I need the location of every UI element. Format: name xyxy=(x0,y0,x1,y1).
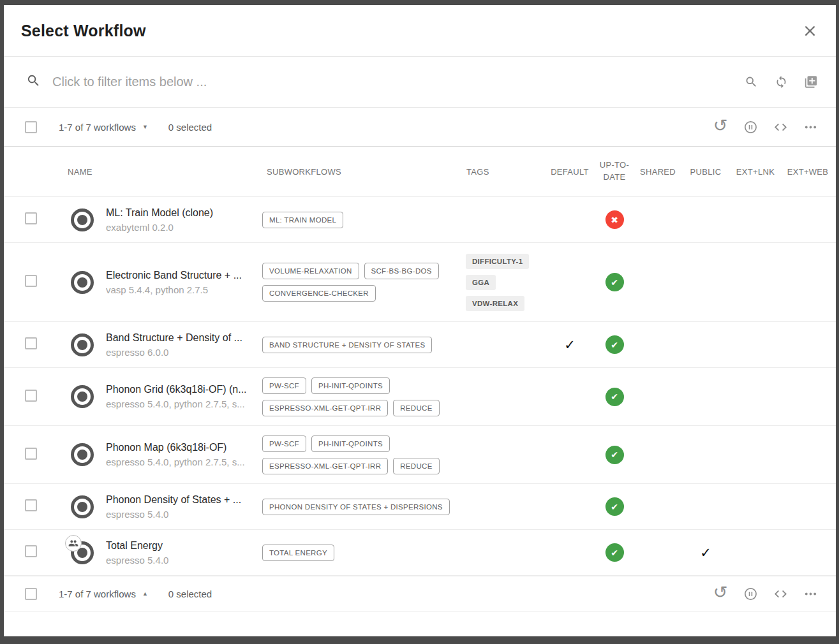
pagination-range[interactable]: 1-7 of 7 workflows xyxy=(59,589,136,599)
table-row[interactable]: Phonon Map (6k3q18i-OF) espresso 5.4.0, … xyxy=(4,426,836,484)
column-header-default[interactable]: DEFAULT xyxy=(546,167,593,177)
search-icon xyxy=(26,73,41,91)
selected-count: 0 selected xyxy=(168,122,212,133)
up-to-date-ok-badge: ✔ xyxy=(605,273,624,291)
create-workflow-button[interactable] xyxy=(804,75,818,89)
code-view-button[interactable] xyxy=(773,119,788,135)
more-horiz-icon xyxy=(803,120,818,135)
tag-chip: DIFFICULTY-1 xyxy=(466,254,529,269)
column-header-subworkflows[interactable]: SUBWORKFLOWS xyxy=(262,167,462,177)
subworkflow-chip: ESPRESSO-XML-GET-QPT-IRR xyxy=(262,458,388,474)
close-icon xyxy=(801,22,819,40)
workflow-name: Phonon Grid (6k3q18i-OF) (n... xyxy=(106,384,257,395)
undo-button[interactable]: ↺ xyxy=(713,586,728,601)
workflow-radio[interactable] xyxy=(71,385,94,408)
row-checkbox[interactable] xyxy=(25,390,37,402)
column-header-ext-web[interactable]: EXT+WEB xyxy=(780,167,836,177)
undo-button[interactable]: ↺ xyxy=(713,119,728,135)
undo-icon: ↺ xyxy=(713,584,728,601)
up-to-date-error-badge: ✖ xyxy=(605,210,624,229)
column-header-up-to-date[interactable]: UP-TO-DATE xyxy=(599,159,630,184)
public-checkmark: ✓ xyxy=(700,545,711,560)
table-row[interactable]: Phonon Density of States + ... espresso … xyxy=(4,484,836,530)
table-row[interactable]: Phonon Grid (6k3q18i-OF) (n... espresso … xyxy=(4,368,836,426)
tag-chip: GGA xyxy=(466,275,496,290)
column-header-tags[interactable]: TAGS xyxy=(462,167,546,177)
select-all-checkbox[interactable] xyxy=(25,121,37,133)
up-to-date-ok-badge: ✔ xyxy=(605,388,624,406)
library-add-icon xyxy=(804,75,818,89)
subworkflow-chip: ML: TRAIN MODEL xyxy=(262,212,343,228)
more-horiz-icon xyxy=(803,587,818,601)
filter-input[interactable] xyxy=(52,75,744,89)
workflow-name: Electronic Band Structure + ... xyxy=(106,270,257,281)
chevron-up-icon[interactable]: ▲ xyxy=(142,590,148,597)
dialog-title: Select Workflow xyxy=(21,22,146,40)
row-checkbox[interactable] xyxy=(25,499,37,511)
up-to-date-ok-badge: ✔ xyxy=(605,446,624,464)
default-checkmark: ✓ xyxy=(564,337,575,353)
filter-bar xyxy=(4,57,836,108)
more-actions-button[interactable] xyxy=(803,119,818,135)
select-all-checkbox[interactable] xyxy=(25,588,37,600)
row-checkbox[interactable] xyxy=(25,337,37,349)
subworkflow-chip: REDUCE xyxy=(393,400,439,416)
apply-filter-button[interactable] xyxy=(744,75,758,89)
undo-icon: ↺ xyxy=(713,117,728,135)
table-row[interactable]: Band Structure + Density of ... espresso… xyxy=(4,322,836,368)
table-row[interactable]: Total Energy espresso 5.4.0 TOTAL ENERGY… xyxy=(4,530,836,576)
table-footer: 1-7 of 7 workflows ▲ 0 selected ↺ xyxy=(4,576,836,611)
workflow-radio[interactable] xyxy=(71,271,94,294)
dialog-titlebar: Select Workflow xyxy=(4,5,836,57)
row-checkbox[interactable] xyxy=(25,448,37,460)
workflow-subtitle: espresso 5.4.0 xyxy=(106,555,257,566)
row-checkbox[interactable] xyxy=(25,545,37,557)
workflow-subtitle: vasp 5.4.4, python 2.7.5 xyxy=(106,284,257,295)
subworkflow-chip: PW-SCF xyxy=(262,435,306,452)
workflow-radio[interactable] xyxy=(71,209,94,231)
workflow-subtitle: espresso 6.0.0 xyxy=(106,347,257,358)
selected-count: 0 selected xyxy=(168,589,212,599)
up-to-date-ok-badge: ✔ xyxy=(605,497,624,516)
up-to-date-ok-badge: ✔ xyxy=(605,335,624,354)
table-toolbar: 1-7 of 7 workflows ▼ 0 selected ↺ xyxy=(4,108,836,147)
more-actions-button[interactable] xyxy=(803,586,818,601)
table-header: NAME SUBWORKFLOWS TAGS DEFAULT UP-TO-DAT… xyxy=(4,147,836,197)
workflow-subtitle: espresso 5.4.0, python 2.7.5, s... xyxy=(106,457,257,467)
table-row[interactable]: ML: Train Model (clone) exabyteml 0.2.0 … xyxy=(4,197,836,243)
code-icon xyxy=(773,587,788,601)
subworkflow-chip: ESPRESSO-XML-GET-QPT-IRR xyxy=(262,400,388,416)
workflow-name: Phonon Map (6k3q18i-OF) xyxy=(106,442,257,453)
row-checkbox[interactable] xyxy=(25,275,37,287)
subworkflow-chip: PH-INIT-QPOINTS xyxy=(311,435,390,452)
workflow-subtitle: espresso 5.4.0 xyxy=(106,509,257,520)
subworkflow-chip: SCF-BS-BG-DOS xyxy=(364,263,439,279)
column-header-public[interactable]: PUBLIC xyxy=(680,167,731,177)
pagination-range[interactable]: 1-7 of 7 workflows xyxy=(59,122,136,133)
pause-circle-icon xyxy=(743,120,758,135)
tag-chip: VDW-RELAX xyxy=(466,296,524,311)
chevron-down-icon[interactable]: ▼ xyxy=(142,124,148,130)
column-header-ext-lnk[interactable]: EXT+LNK xyxy=(731,167,780,177)
pause-circle-icon xyxy=(743,587,758,601)
up-to-date-ok-badge: ✔ xyxy=(605,543,624,562)
subworkflow-chip: BAND STRUCTURE + DENSITY OF STATES xyxy=(262,337,432,353)
column-header-shared[interactable]: SHARED xyxy=(635,167,680,177)
subworkflow-chip: REDUCE xyxy=(393,458,439,474)
table-row[interactable]: Electronic Band Structure + ... vasp 5.4… xyxy=(4,243,836,322)
column-header-name[interactable]: NAME xyxy=(59,167,262,177)
pause-button[interactable] xyxy=(743,586,758,601)
close-button[interactable] xyxy=(800,21,819,40)
workflow-radio[interactable] xyxy=(71,495,94,518)
workflow-subtitle: exabyteml 0.2.0 xyxy=(106,222,257,233)
workflow-radio[interactable] xyxy=(71,333,94,356)
workflow-name: ML: Train Model (clone) xyxy=(106,207,257,219)
subworkflow-chip: VOLUME-RELAXATION xyxy=(262,263,359,279)
pause-button[interactable] xyxy=(743,119,758,135)
subworkflow-chip: PW-SCF xyxy=(262,377,306,394)
workflow-radio[interactable] xyxy=(71,443,94,466)
subworkflow-chip: TOTAL ENERGY xyxy=(262,545,334,561)
refresh-button[interactable] xyxy=(774,75,788,89)
code-view-button[interactable] xyxy=(773,586,788,601)
row-checkbox[interactable] xyxy=(25,212,37,224)
